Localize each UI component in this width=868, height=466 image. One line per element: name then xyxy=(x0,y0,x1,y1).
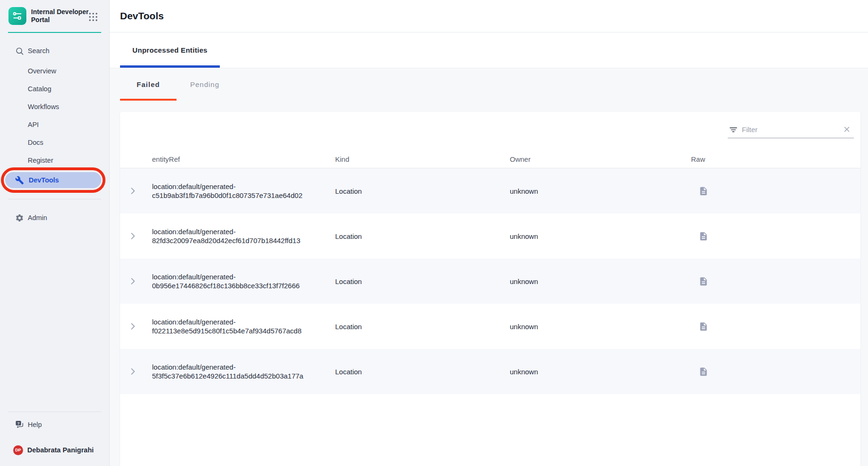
subtab-bar: Failed Pending xyxy=(110,68,868,101)
entityref-cell: location:default/generated-82fd3c20097ea… xyxy=(152,227,318,245)
expand-chevron-icon[interactable] xyxy=(127,276,138,287)
help-chat-icon: ? xyxy=(15,420,24,429)
sidebar-item-label: Workflows xyxy=(28,103,59,111)
brand-title: Internal Developer Portal xyxy=(31,7,90,24)
document-icon[interactable] xyxy=(698,230,709,242)
kind-cell: Location xyxy=(335,232,510,240)
sidebar-divider xyxy=(8,411,101,412)
wrench-icon xyxy=(15,176,24,185)
expand-chevron-icon[interactable] xyxy=(127,321,138,332)
entityref-cell: location:default/generated-f022113e8e5d9… xyxy=(152,317,318,335)
subtab-label: Failed xyxy=(137,80,160,88)
sidebar-item-label: Search xyxy=(28,47,49,55)
owner-cell: unknown xyxy=(510,187,691,195)
sidebar-item-label: Catalog xyxy=(28,85,51,93)
tab-bar: Unprocessed Entities xyxy=(110,32,868,68)
tab-label: Unprocessed Entities xyxy=(132,46,207,54)
sidebar-item-workflows[interactable]: Workflows xyxy=(0,101,109,112)
flow-logo-icon xyxy=(8,7,26,25)
sidebar-item-label: Admin xyxy=(28,214,47,221)
sidebar-item-overview[interactable]: Overview xyxy=(0,65,109,77)
table-row: location:default/generated-f022113e8e5d9… xyxy=(120,304,860,349)
table-row: location:default/generated-c51b9ab3f1fb7… xyxy=(120,168,860,213)
sidebar-item-label: Help xyxy=(28,421,42,428)
subtab-pending[interactable]: Pending xyxy=(177,68,233,101)
sidebar-item-label: Docs xyxy=(28,139,43,146)
document-icon[interactable] xyxy=(698,185,709,197)
table-row: location:default/generated-82fd3c20097ea… xyxy=(120,213,860,259)
brand: Internal Developer Portal xyxy=(8,7,90,25)
document-icon[interactable] xyxy=(698,321,709,332)
sidebar-item-search[interactable]: Search xyxy=(0,45,109,56)
avatar: DP xyxy=(13,445,23,455)
tab-unprocessed-entities[interactable]: Unprocessed Entities xyxy=(120,32,220,68)
filter-field xyxy=(728,123,854,138)
clear-x-icon[interactable] xyxy=(843,125,852,134)
owner-cell: unknown xyxy=(510,323,691,331)
sidebar-item-label: Register xyxy=(28,157,53,164)
document-icon[interactable] xyxy=(698,366,709,377)
kind-cell: Location xyxy=(335,187,510,195)
expand-chevron-icon[interactable] xyxy=(127,230,138,242)
sidebar-item-register[interactable]: Register xyxy=(0,155,109,166)
column-owner: Owner xyxy=(510,155,691,163)
owner-cell: unknown xyxy=(510,277,691,285)
active-subtab-indicator xyxy=(120,99,177,101)
content-area: Failed Pending xyxy=(110,68,868,466)
apps-grid-icon[interactable] xyxy=(88,11,99,23)
column-kind: Kind xyxy=(335,155,510,163)
active-tab-indicator xyxy=(120,65,220,68)
entities-table-card: entityRef Kind Owner Raw location:defaul… xyxy=(120,112,860,466)
svg-text:?: ? xyxy=(17,421,20,426)
kind-cell: Location xyxy=(335,323,510,331)
owner-cell: unknown xyxy=(510,232,691,240)
main-area: DevTools Unprocessed Entities Failed Pen… xyxy=(110,0,868,466)
sidebar-user[interactable]: DP Debabrata Panigrahi xyxy=(0,444,109,456)
entityref-cell: location:default/generated-0b956e1744682… xyxy=(152,272,318,290)
table-row: location:default/generated-5f3f5c37e6b61… xyxy=(120,349,860,394)
owner-cell: unknown xyxy=(510,368,691,376)
entityref-cell: location:default/generated-5f3f5c37e6b61… xyxy=(152,363,318,380)
expand-chevron-icon[interactable] xyxy=(127,185,138,197)
sidebar-item-api[interactable]: API xyxy=(0,119,109,130)
sidebar-item-admin[interactable]: Admin xyxy=(0,212,109,223)
sidebar-item-help[interactable]: ? Help xyxy=(0,419,109,430)
sidebar-item-devtools[interactable]: DevTools xyxy=(5,172,101,188)
filter-input[interactable] xyxy=(742,126,843,135)
brand-underline xyxy=(8,32,101,33)
sidebar: Internal Developer Portal Search Overvie… xyxy=(0,0,110,466)
table-row: location:default/generated-0b956e1744682… xyxy=(120,259,860,304)
expand-chevron-icon[interactable] xyxy=(127,366,138,377)
column-raw: Raw xyxy=(691,155,860,163)
document-icon[interactable] xyxy=(698,276,709,287)
kind-cell: Location xyxy=(335,368,510,376)
sidebar-divider xyxy=(8,199,101,199)
sidebar-item-docs[interactable]: Docs xyxy=(0,137,109,148)
user-name: Debabrata Panigrahi xyxy=(27,446,94,454)
sidebar-item-label: DevTools xyxy=(29,176,59,184)
sidebar-item-label: Overview xyxy=(28,67,56,75)
search-icon xyxy=(15,46,24,55)
kind-cell: Location xyxy=(335,277,510,285)
column-entityref: entityRef xyxy=(152,155,335,163)
sidebar-item-catalog[interactable]: Catalog xyxy=(0,83,109,95)
page-title: DevTools xyxy=(120,10,164,22)
table-header-row: entityRef Kind Owner Raw xyxy=(120,150,860,168)
subtab-failed[interactable]: Failed xyxy=(120,68,177,101)
filter-lines-icon xyxy=(729,125,738,134)
gear-icon xyxy=(15,213,24,222)
sidebar-item-label: API xyxy=(28,121,39,128)
table-body: location:default/generated-c51b9ab3f1fb7… xyxy=(120,168,860,394)
page-header: DevTools xyxy=(110,0,868,32)
subtab-label: Pending xyxy=(190,80,219,88)
entityref-cell: location:default/generated-c51b9ab3f1fb7… xyxy=(152,182,318,200)
